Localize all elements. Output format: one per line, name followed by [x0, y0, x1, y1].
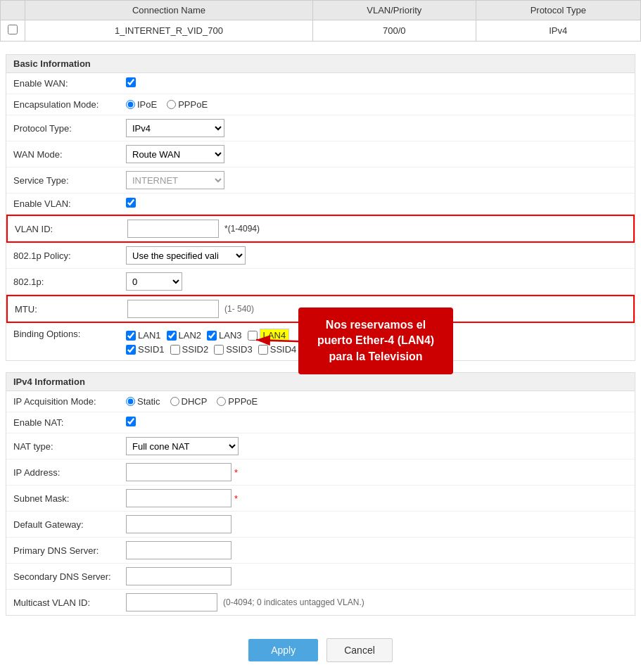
enable-vlan-control [126, 198, 628, 210]
enable-wan-control [126, 77, 628, 89]
ip-acq-dhcp-option[interactable]: DHCP [170, 396, 208, 407]
enable-nat-label: Enable NAT: [13, 417, 126, 428]
ip-address-row: IP Address: 192.168.70.100 * [6, 459, 635, 486]
encap-ipoe-radio[interactable] [126, 100, 135, 109]
ip-acq-label: IP Acquisition Mode: [13, 396, 126, 407]
protocol-type-row: Protocol Type: IPv4 [6, 115, 635, 141]
wan-mode-label: WAN Mode: [13, 149, 126, 160]
service-type-row: Service Type: INTERNET [6, 167, 635, 194]
button-row: Apply Cancel [6, 627, 635, 672]
enable-nat-row: Enable NAT: [6, 412, 635, 433]
binding-lan2[interactable]: LAN2 [167, 330, 202, 341]
binding-ssid3[interactable]: SSID3 [214, 344, 253, 355]
cancel-button[interactable]: Cancel [326, 638, 393, 662]
encap-pppoe-radio[interactable] [167, 100, 176, 109]
ip-acq-dhcp-radio[interactable] [170, 397, 179, 406]
secondary-dns-control: 8.8.8.8 [126, 567, 628, 585]
ssid1-label: SSID1 [138, 344, 165, 355]
ip-acq-pppoe-option[interactable]: PPPoE [217, 396, 258, 407]
connection-table: Connection Name VLAN/Priority Protocol T… [0, 0, 641, 42]
encap-mode-control: IPoE PPPoE [126, 99, 628, 110]
secondary-dns-input[interactable]: 8.8.8.8 [126, 567, 231, 585]
encap-pppoe-option[interactable]: PPPoE [167, 99, 208, 110]
encap-mode-label: Encapsulation Mode: [13, 99, 126, 110]
encap-mode-row: Encapsulation Mode: IPoE PPPoE [6, 94, 635, 115]
multicast-vlan-input[interactable] [126, 593, 217, 611]
mtu-label: MTU: [15, 304, 127, 315]
subnet-mask-input[interactable]: 255.255.255.0 [126, 489, 231, 507]
wan-mode-control[interactable]: Route WAN [126, 145, 628, 163]
ssid2-checkbox[interactable] [170, 345, 180, 355]
subnet-mask-required: * [234, 493, 238, 504]
wan-mode-row: WAN Mode: Route WAN [6, 141, 635, 167]
default-gw-input[interactable]: 192.168.70.1 [126, 515, 231, 533]
priority-8021p-control[interactable]: 0 [126, 272, 628, 291]
vlan-id-row: VLAN ID: 700 *(1-4094) VLAN Internet [6, 215, 635, 243]
basic-info-header: Basic Information [6, 55, 635, 73]
row-vlan-priority: 700/0 [312, 20, 476, 42]
apply-button[interactable]: Apply [248, 639, 318, 661]
table-row: 1_INTERNET_R_VID_700 700/0 IPv4 [1, 20, 641, 42]
binding-ssid2[interactable]: SSID2 [170, 344, 209, 355]
priority-8021p-select[interactable]: 0 [126, 272, 182, 291]
encap-pppoe-label: PPPoE [178, 99, 208, 110]
nat-type-select[interactable]: Full cone NAT [126, 437, 239, 455]
ip-acq-row: IP Acquisition Mode: Static DHCP PPPoE [6, 391, 635, 412]
basic-info-section: Basic Information Enable WAN: Encapsulat… [6, 54, 635, 361]
policy-8021p-select[interactable]: Use the specified vali [126, 246, 246, 265]
ssid3-label: SSID3 [226, 344, 253, 355]
encap-ipoe-option[interactable]: IPoE [126, 99, 157, 110]
binding-lan1[interactable]: LAN1 [126, 330, 161, 341]
multicast-vlan-row: Multicast VLAN ID: (0-4094; 0 indicates … [6, 590, 635, 615]
binding-ssid1[interactable]: SSID1 [126, 344, 165, 355]
enable-nat-checkbox[interactable] [126, 417, 136, 426]
default-gw-control: 192.168.70.1 [126, 515, 628, 533]
nat-type-control[interactable]: Full cone NAT [126, 437, 628, 455]
table-col-connection-name: Connection Name [25, 1, 313, 20]
lan3-checkbox[interactable] [207, 331, 217, 341]
subnet-mask-control: 255.255.255.0 * [126, 489, 628, 507]
binding-options-row: Binding Options: LAN1 LAN2 [6, 323, 635, 360]
policy-8021p-row: 802.1p Policy: Use the specified vali [6, 243, 635, 269]
lan2-label: LAN2 [179, 330, 202, 341]
ip-acq-static-option[interactable]: Static [126, 396, 160, 407]
service-type-select[interactable]: INTERNET [126, 171, 224, 189]
mtu-hint: (1- 540) [224, 304, 254, 314]
lan2-checkbox[interactable] [167, 331, 177, 341]
binding-options-label: Binding Options: [13, 329, 126, 339]
primary-dns-input[interactable]: 1.1.1.1 [126, 541, 231, 559]
vlan-id-input[interactable]: 700 [127, 220, 219, 238]
ip-address-input[interactable]: 192.168.70.100 [126, 463, 231, 481]
ip-acq-static-radio[interactable] [126, 397, 135, 406]
wan-mode-select[interactable]: Route WAN [126, 145, 224, 163]
protocol-type-select[interactable]: IPv4 [126, 119, 224, 137]
enable-vlan-checkbox[interactable] [126, 198, 136, 208]
table-col-vlan-priority: VLAN/Priority [312, 1, 476, 20]
secondary-dns-row: Secondary DNS Server: 8.8.8.8 [6, 564, 635, 590]
protocol-type-control[interactable]: IPv4 [126, 119, 628, 137]
ip-acq-static-label: Static [137, 396, 160, 407]
enable-nat-control [126, 417, 628, 429]
multicast-vlan-control: (0-4094; 0 indicates untagged VLAN.) [126, 593, 628, 611]
priority-8021p-row: 802.1p: 0 [6, 269, 635, 295]
row-checkbox-cell[interactable] [1, 20, 25, 42]
binding-options-control: LAN1 LAN2 LAN3 [126, 329, 628, 355]
row-checkbox[interactable] [8, 25, 18, 34]
service-type-control[interactable]: INTERNET [126, 171, 628, 189]
binding-lan3[interactable]: LAN3 [207, 330, 242, 341]
ip-address-control: 192.168.70.100 * [126, 463, 628, 481]
ssid3-checkbox[interactable] [214, 345, 224, 355]
service-type-label: Service Type: [13, 175, 126, 186]
ip-acq-control: Static DHCP PPPoE [126, 396, 628, 407]
ssid1-checkbox[interactable] [126, 345, 136, 355]
ip-acq-pppoe-radio[interactable] [217, 397, 226, 406]
lan4-annotation: Nos reservamos el puerto Ether-4 (LAN4) … [298, 308, 453, 374]
vlan-id-control: 700 *(1-4094) [127, 220, 626, 238]
policy-8021p-control[interactable]: Use the specified vali [126, 246, 628, 265]
enable-wan-checkbox[interactable] [126, 77, 136, 87]
table-col-checkbox [1, 1, 25, 20]
mtu-input[interactable]: 1500 [127, 300, 219, 318]
multicast-vlan-label: Multicast VLAN ID: [13, 597, 126, 608]
lan1-checkbox[interactable] [126, 331, 136, 341]
enable-vlan-label: Enable VLAN: [13, 198, 126, 209]
